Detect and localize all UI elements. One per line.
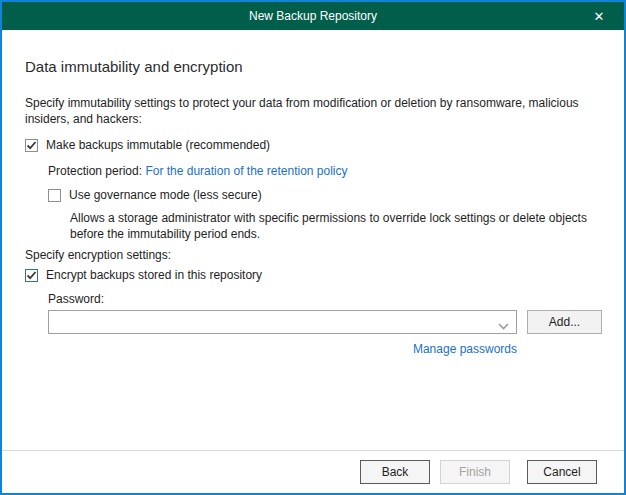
dialog-content: Data immutability and encryption Specify… bbox=[2, 30, 624, 450]
governance-mode-checkbox[interactable] bbox=[48, 189, 61, 202]
page-title: Data immutability and encryption bbox=[25, 58, 243, 75]
back-button[interactable]: Back bbox=[360, 460, 430, 484]
encryption-section-label: Specify encryption settings: bbox=[25, 248, 171, 262]
close-icon: ✕ bbox=[594, 9, 605, 24]
protection-period-label: Protection period: bbox=[48, 164, 142, 178]
password-combobox[interactable] bbox=[48, 310, 517, 334]
password-input[interactable] bbox=[49, 311, 490, 333]
cancel-button[interactable]: Cancel bbox=[527, 460, 597, 484]
encrypt-backups-checkbox[interactable] bbox=[25, 269, 38, 282]
protection-period-row: Protection period: For the duration of t… bbox=[48, 164, 348, 178]
title-bar: New Backup Repository ✕ bbox=[2, 2, 624, 30]
finish-button[interactable]: Finish bbox=[440, 460, 510, 484]
checkmark-icon bbox=[26, 270, 37, 281]
immutability-intro-text: Specify immutability settings to protect… bbox=[25, 95, 607, 127]
password-row: Add... bbox=[48, 310, 602, 334]
manage-passwords-row: Manage passwords bbox=[48, 342, 517, 356]
chevron-down-icon[interactable] bbox=[498, 319, 509, 333]
close-button[interactable]: ✕ bbox=[582, 2, 616, 30]
governance-mode-checkbox-row: Use governance mode (less secure) bbox=[48, 188, 262, 202]
checkmark-icon bbox=[26, 140, 37, 151]
encrypt-backups-label: Encrypt backups stored in this repositor… bbox=[46, 268, 262, 282]
encrypt-backups-checkbox-row: Encrypt backups stored in this repositor… bbox=[25, 268, 262, 282]
dialog-window: New Backup Repository ✕ Data immutabilit… bbox=[0, 0, 626, 495]
footer-bar: Back Finish Cancel bbox=[2, 450, 624, 493]
manage-passwords-link[interactable]: Manage passwords bbox=[413, 342, 517, 356]
protection-period-link[interactable]: For the duration of the retention policy bbox=[145, 164, 347, 178]
add-password-button[interactable]: Add... bbox=[527, 310, 602, 334]
make-backups-immutable-label: Make backups immutable (recommended) bbox=[46, 138, 270, 152]
make-backups-immutable-checkbox-row: Make backups immutable (recommended) bbox=[25, 138, 270, 152]
window-title: New Backup Repository bbox=[249, 9, 377, 23]
governance-description: Allows a storage administrator with spec… bbox=[70, 210, 604, 242]
governance-mode-label: Use governance mode (less secure) bbox=[69, 188, 262, 202]
password-label: Password: bbox=[48, 292, 104, 306]
make-backups-immutable-checkbox[interactable] bbox=[25, 139, 38, 152]
